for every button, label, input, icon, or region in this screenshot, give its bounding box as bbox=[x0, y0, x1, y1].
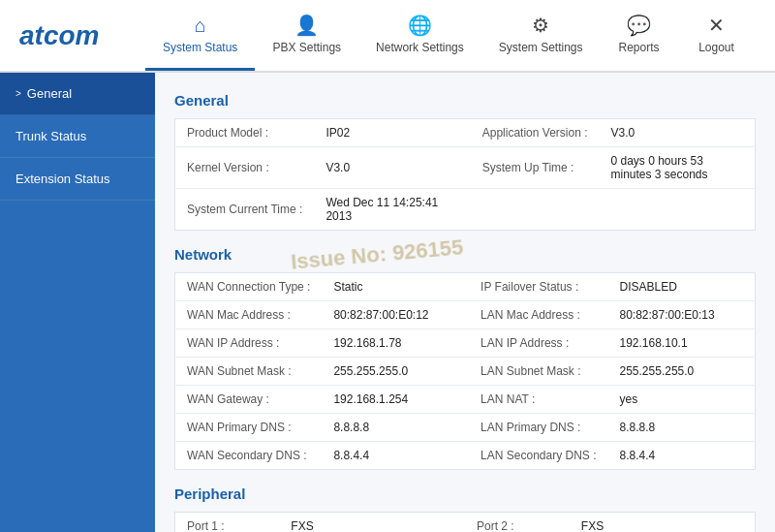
cell-label: WAN Connection Type : bbox=[175, 273, 323, 301]
sidebar-chevron-general: > bbox=[16, 88, 21, 99]
table-row: System Current Time :Wed Dec 11 14:25:41… bbox=[175, 189, 756, 231]
table-row: Port 1 :FXSPort 2 :FXS bbox=[175, 513, 756, 533]
cell-value: Wed Dec 11 14:25:41 2013 bbox=[314, 189, 470, 231]
nav-tab-reports[interactable]: 💬Reports bbox=[601, 0, 678, 71]
peripheral-section-title: Peripheral bbox=[174, 485, 756, 502]
cell-label: WAN Secondary DNS : bbox=[175, 442, 323, 470]
logo-area: atcom bbox=[10, 20, 145, 51]
cell-label: Product Model : bbox=[175, 119, 315, 147]
general-table: Product Model :IP02Application Version :… bbox=[174, 118, 756, 231]
system-status-label: System Status bbox=[163, 41, 237, 54]
cell-value: 8.8.4.4 bbox=[322, 442, 469, 470]
cell-label2: LAN NAT : bbox=[469, 386, 607, 414]
cell-label: WAN Primary DNS : bbox=[175, 414, 323, 442]
table-row: WAN IP Address :192.168.1.78LAN IP Addre… bbox=[175, 329, 756, 358]
cell-label: WAN Gateway : bbox=[175, 386, 323, 414]
cell-label: WAN Mac Address : bbox=[175, 301, 323, 329]
main-layout: >GeneralTrunk StatusExtension Status Gen… bbox=[0, 73, 775, 532]
sidebar-label-extension-status: Extension Status bbox=[16, 172, 110, 186]
cell-value: 192.168.1.78 bbox=[322, 329, 469, 358]
cell-label2 bbox=[471, 189, 600, 231]
cell-value2: yes bbox=[608, 386, 756, 414]
table-row: WAN Connection Type :StaticIP Failover S… bbox=[175, 273, 756, 301]
cell-value: IP02 bbox=[314, 119, 470, 147]
cell-label2: Application Version : bbox=[471, 119, 600, 147]
sidebar-label-trunk-status: Trunk Status bbox=[16, 129, 86, 143]
pbx-settings-label: PBX Settings bbox=[272, 41, 341, 54]
logout-label: Logout bbox=[698, 41, 734, 54]
cell-label2: LAN IP Address : bbox=[469, 329, 607, 358]
nav-tab-pbx-settings[interactable]: 👤PBX Settings bbox=[255, 0, 358, 71]
table-row: Kernel Version :V3.0System Up Time :0 da… bbox=[175, 147, 756, 189]
cell-value2: 8.8.8.8 bbox=[608, 414, 756, 442]
logo-text: atcom bbox=[19, 20, 99, 51]
network-table: WAN Connection Type :StaticIP Failover S… bbox=[174, 272, 756, 470]
nav-tab-network-settings[interactable]: 🌐Network Settings bbox=[358, 0, 481, 71]
network-settings-icon: 🌐 bbox=[408, 14, 432, 37]
cell-value: 192.168.1.254 bbox=[322, 386, 469, 414]
network-section-title: Network bbox=[174, 246, 756, 263]
logout-icon: ✕ bbox=[708, 14, 725, 37]
cell-label2: System Up Time : bbox=[471, 147, 600, 189]
cell-label2: LAN Secondary DNS : bbox=[469, 442, 607, 470]
cell-value: FXS bbox=[279, 513, 465, 533]
table-row: WAN Subnet Mask :255.255.255.0LAN Subnet… bbox=[175, 358, 756, 386]
cell-label: System Current Time : bbox=[175, 189, 315, 231]
cell-label2: LAN Subnet Mask : bbox=[469, 358, 607, 386]
nav-tab-system-status[interactable]: ⌂System Status bbox=[145, 0, 255, 71]
content-area: General Product Model :IP02Application V… bbox=[155, 73, 775, 532]
cell-value2: 8.8.4.4 bbox=[608, 442, 756, 470]
cell-label2: LAN Primary DNS : bbox=[469, 414, 607, 442]
cell-label: Port 1 : bbox=[175, 513, 280, 533]
nav-tab-system-settings[interactable]: ⚙System Settings bbox=[481, 0, 601, 71]
system-status-icon: ⌂ bbox=[195, 15, 206, 37]
main-nav: ⌂System Status👤PBX Settings🌐Network Sett… bbox=[145, 0, 765, 71]
cell-value2: 192.168.10.1 bbox=[608, 329, 756, 358]
cell-value2: V3.0 bbox=[599, 119, 755, 147]
table-row: WAN Gateway :192.168.1.254LAN NAT :yes bbox=[175, 386, 756, 414]
cell-value: 80:82:87:00:E0:12 bbox=[322, 301, 469, 329]
cell-value2: FXS bbox=[570, 513, 756, 533]
table-row: WAN Mac Address :80:82:87:00:E0:12LAN Ma… bbox=[175, 301, 756, 329]
cell-label: Kernel Version : bbox=[175, 147, 315, 189]
cell-label: WAN IP Address : bbox=[175, 329, 323, 358]
table-row: Product Model :IP02Application Version :… bbox=[175, 119, 756, 147]
peripheral-table: Port 1 :FXSPort 2 :FXS bbox=[174, 512, 756, 532]
cell-value: V3.0 bbox=[314, 147, 470, 189]
pbx-settings-icon: 👤 bbox=[294, 14, 319, 37]
header: atcom ⌂System Status👤PBX Settings🌐Networ… bbox=[0, 0, 775, 73]
cell-value2: DISABLED bbox=[608, 273, 756, 301]
sidebar-item-general[interactable]: >General bbox=[0, 73, 155, 115]
cell-label2: IP Failover Status : bbox=[469, 273, 607, 301]
table-row: WAN Secondary DNS :8.8.4.4LAN Secondary … bbox=[175, 442, 756, 470]
nav-tab-logout[interactable]: ✕Logout bbox=[678, 0, 756, 71]
reports-label: Reports bbox=[618, 41, 659, 54]
cell-value2 bbox=[599, 189, 755, 231]
table-row: WAN Primary DNS :8.8.8.8LAN Primary DNS … bbox=[175, 414, 756, 442]
cell-label: WAN Subnet Mask : bbox=[175, 358, 323, 386]
cell-value: 255.255.255.0 bbox=[322, 358, 469, 386]
cell-value: Static bbox=[322, 273, 469, 301]
sidebar-item-trunk-status[interactable]: Trunk Status bbox=[0, 115, 155, 158]
cell-value2: 0 days 0 hours 53 minutes 3 seconds bbox=[599, 147, 755, 189]
reports-icon: 💬 bbox=[627, 14, 651, 37]
cell-label2: Port 2 : bbox=[465, 513, 570, 533]
sidebar-item-extension-status[interactable]: Extension Status bbox=[0, 158, 155, 201]
cell-value2: 255.255.255.0 bbox=[608, 358, 756, 386]
sidebar: >GeneralTrunk StatusExtension Status bbox=[0, 73, 155, 532]
system-settings-label: System Settings bbox=[499, 41, 583, 54]
system-settings-icon: ⚙ bbox=[532, 14, 549, 37]
sidebar-label-general: General bbox=[27, 86, 72, 101]
general-section-title: General bbox=[174, 92, 756, 109]
cell-label2: LAN Mac Address : bbox=[469, 301, 607, 329]
cell-value2: 80:82:87:00:E0:13 bbox=[608, 301, 756, 329]
network-settings-label: Network Settings bbox=[376, 41, 464, 54]
cell-value: 8.8.8.8 bbox=[322, 414, 469, 442]
